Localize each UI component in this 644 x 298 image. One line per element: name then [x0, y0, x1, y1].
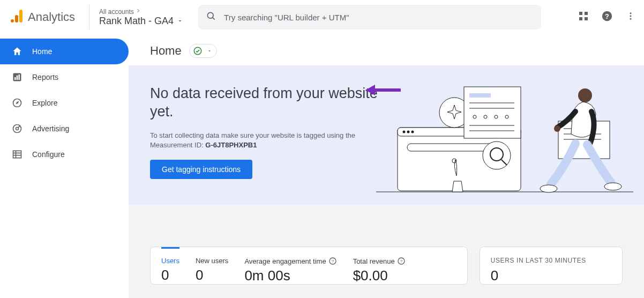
sidebar-item-reports[interactable]: Reports	[0, 64, 129, 90]
hero-illustration-icon	[376, 79, 633, 205]
svg-rect-21	[13, 151, 21, 158]
megaphone-icon	[12, 123, 23, 134]
table-icon	[12, 149, 23, 160]
svg-point-12	[630, 16, 632, 17]
sidebar-item-label: Configure	[32, 150, 65, 159]
sidebar-item-configure[interactable]: Configure	[0, 141, 129, 167]
metrics-card: Users 0 New users 0 Average engagement t…	[150, 247, 468, 285]
sidebar-item-label: Advertising	[32, 124, 69, 133]
search-icon	[206, 11, 216, 24]
tagging-instructions-button[interactable]: Get tagging instructions	[150, 160, 252, 179]
search-input[interactable]	[224, 13, 534, 22]
help-circle-icon[interactable]: ?	[328, 257, 337, 265]
svg-point-32	[411, 131, 414, 133]
account-name-row: Rank Math - GA4	[99, 16, 183, 27]
svg-rect-16	[17, 76, 18, 80]
metric-label: New users	[196, 257, 228, 265]
account-picker[interactable]: All accounts Rank Math - GA4	[89, 5, 183, 29]
svg-rect-6	[585, 12, 588, 15]
page-title: Home	[150, 44, 182, 58]
svg-point-57	[604, 183, 621, 190]
metric-label: Users	[161, 257, 179, 265]
svg-point-13	[630, 18, 632, 20]
svg-point-53	[578, 88, 592, 102]
hero-title: No data received from your website yet.	[150, 85, 396, 121]
account-breadcrumb: All accounts	[99, 8, 183, 16]
metric-value: 0	[196, 267, 228, 284]
sidebar-item-advertising[interactable]: Advertising	[0, 116, 129, 141]
apps-grid-icon[interactable]	[579, 11, 588, 23]
hero-subtitle: To start collecting data make sure your …	[150, 131, 396, 150]
help-icon[interactable]: ?	[601, 10, 613, 24]
main-content: Home No data received from your website …	[129, 34, 644, 298]
app-header: Analytics All accounts Rank Math - GA4	[0, 0, 644, 34]
caret-down-icon	[177, 16, 183, 27]
svg-point-30	[403, 131, 406, 133]
svg-rect-15	[14, 77, 16, 80]
realtime-value: 0	[491, 267, 611, 284]
sidebar-item-explore[interactable]: Explore	[0, 90, 129, 116]
svg-point-54	[554, 125, 560, 132]
page-header: Home	[129, 34, 644, 65]
measurement-id: G-6JT8PHXPB1	[205, 141, 257, 149]
svg-point-11	[630, 12, 632, 14]
metric-label: Average engagement time ?	[244, 257, 336, 265]
sidebar-item-label: Reports	[32, 73, 58, 81]
svg-point-31	[407, 131, 410, 133]
svg-text:?: ?	[400, 259, 402, 264]
svg-point-2	[11, 19, 14, 23]
caret-down-icon	[207, 46, 212, 56]
svg-point-56	[540, 185, 557, 192]
status-pill[interactable]	[189, 44, 217, 58]
svg-rect-1	[15, 15, 18, 23]
svg-rect-17	[19, 74, 20, 80]
more-vert-icon[interactable]	[626, 11, 635, 23]
svg-rect-8	[585, 17, 588, 20]
svg-point-25	[194, 47, 201, 55]
logo[interactable]: Analytics	[6, 9, 75, 26]
product-name: Analytics	[28, 10, 75, 24]
realtime-card: USERS IN LAST 30 MINUTES 0	[480, 247, 623, 285]
svg-text:?: ?	[331, 259, 334, 264]
svg-rect-5	[579, 12, 582, 15]
svg-rect-39	[469, 93, 491, 98]
svg-rect-7	[579, 17, 582, 20]
metric-tab-new-users[interactable]: New users 0	[196, 254, 228, 284]
bar-chart-icon	[12, 72, 23, 83]
hero-banner: No data received from your website yet. …	[129, 65, 644, 205]
metric-value: 0	[161, 267, 179, 284]
help-circle-icon[interactable]: ?	[397, 257, 406, 265]
metric-tab-revenue[interactable]: Total revenue ? $0.00	[353, 254, 406, 284]
home-icon	[12, 46, 23, 57]
sidebar-item-home[interactable]: Home	[0, 39, 129, 64]
check-circle-icon	[193, 46, 203, 56]
metric-tab-engagement[interactable]: Average engagement time ? 0m 00s	[244, 254, 336, 284]
explore-icon	[12, 98, 23, 108]
metric-value: 0m 00s	[244, 267, 336, 284]
metric-value: $0.00	[353, 267, 406, 284]
svg-line-4	[213, 18, 215, 20]
svg-rect-0	[19, 10, 23, 23]
sidebar-item-label: Home	[32, 47, 52, 56]
chevron-right-icon	[135, 8, 141, 16]
search-bar[interactable]	[198, 5, 541, 29]
metric-label: Total revenue ?	[353, 257, 406, 265]
sidebar-item-label: Explore	[32, 99, 57, 107]
cards-row: Users 0 New users 0 Average engagement t…	[129, 205, 644, 285]
realtime-title: USERS IN LAST 30 MINUTES	[491, 254, 611, 264]
metric-tab-users[interactable]: Users 0	[161, 247, 179, 284]
svg-point-3	[207, 12, 213, 18]
svg-text:?: ?	[605, 12, 609, 20]
analytics-logo-icon	[10, 9, 24, 26]
header-actions: ?	[579, 10, 638, 24]
sidebar-nav: Home Reports Explore Advertising Configu…	[0, 34, 129, 298]
